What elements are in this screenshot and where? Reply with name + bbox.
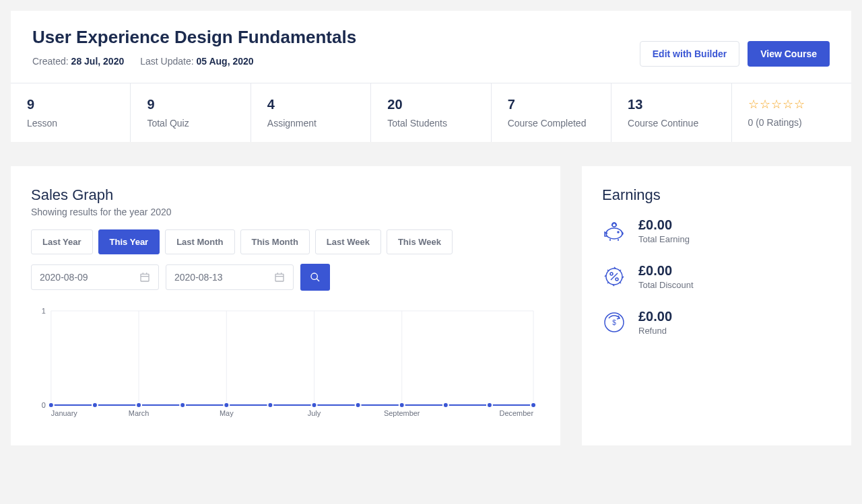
refund-icon: $ xyxy=(602,310,626,334)
svg-point-31 xyxy=(531,402,536,408)
created-meta: Created: 28 Jul, 2020 xyxy=(32,56,124,67)
svg-point-30 xyxy=(487,402,492,408)
calendar-icon xyxy=(274,272,285,283)
edit-with-builder-button[interactable]: Edit with Builder xyxy=(640,41,739,67)
piggy-bank-icon xyxy=(602,219,626,243)
stat-ratings: ☆☆☆☆☆ 0 (0 Ratings) xyxy=(732,83,851,142)
earnings-title: Earnings xyxy=(602,186,831,204)
calendar-icon xyxy=(139,272,150,283)
stat-course-completed: 7 Course Completed xyxy=(492,83,611,142)
range-last-year[interactable]: Last Year xyxy=(31,229,93,254)
stat-total-students: 20 Total Students xyxy=(371,83,491,142)
range-last-week[interactable]: Last Week xyxy=(315,229,381,254)
svg-point-23 xyxy=(180,402,185,408)
stat-course-continue: 13 Course Continue xyxy=(611,83,731,142)
svg-point-43 xyxy=(616,278,618,281)
svg-point-29 xyxy=(443,402,449,408)
view-course-button[interactable]: View Course xyxy=(748,41,830,67)
svg-text:0: 0 xyxy=(42,401,46,409)
svg-point-39 xyxy=(618,231,619,233)
earning-discount: £0.00 Total Discount xyxy=(602,263,831,290)
svg-line-44 xyxy=(611,273,618,280)
date-to-input[interactable]: 2020-08-13 xyxy=(166,264,294,290)
range-last-month[interactable]: Last Month xyxy=(165,229,234,254)
svg-point-28 xyxy=(399,402,405,408)
star-icon: ☆☆☆☆☆ xyxy=(748,97,835,112)
svg-text:May: May xyxy=(220,409,234,417)
course-title: User Experience Design Fundamentals xyxy=(32,27,356,48)
svg-point-27 xyxy=(356,402,361,408)
svg-text:$: $ xyxy=(612,319,616,326)
search-icon xyxy=(310,272,321,283)
svg-point-25 xyxy=(267,402,273,408)
range-this-year[interactable]: This Year xyxy=(98,229,160,254)
range-this-month[interactable]: This Month xyxy=(240,229,310,254)
svg-line-9 xyxy=(317,279,319,281)
stat-lesson: 9 Lesson xyxy=(11,83,131,142)
svg-point-22 xyxy=(136,402,141,408)
svg-point-21 xyxy=(92,402,98,408)
stats-row: 9 Lesson 9 Total Quiz 4 Assignment 20 To… xyxy=(11,83,851,142)
svg-point-42 xyxy=(610,273,613,275)
svg-text:1: 1 xyxy=(42,307,46,315)
course-header: User Experience Design Fundamentals Crea… xyxy=(11,11,851,83)
svg-text:March: March xyxy=(129,409,149,417)
date-from-input[interactable]: 2020-08-09 xyxy=(31,264,159,290)
svg-text:July: July xyxy=(308,409,321,417)
svg-point-8 xyxy=(311,273,317,279)
sales-graph-subtitle: Showing results for the year 2020 xyxy=(31,207,540,217)
sales-chart: 01JanuaryMarchMayJulySeptemberDecember xyxy=(31,304,540,425)
svg-text:September: September xyxy=(384,409,420,417)
percent-badge-icon xyxy=(602,264,626,289)
svg-text:January: January xyxy=(51,409,77,417)
svg-point-20 xyxy=(48,402,54,408)
stat-assignment: 4 Assignment xyxy=(251,83,371,142)
earning-refund: $ £0.00 Refund xyxy=(602,309,831,336)
sales-graph-card: Sales Graph Showing results for the year… xyxy=(11,166,560,445)
sales-graph-title: Sales Graph xyxy=(31,186,540,204)
svg-point-24 xyxy=(224,402,229,408)
svg-point-38 xyxy=(606,228,622,239)
earning-total: £0.00 Total Earning xyxy=(602,217,831,244)
svg-text:December: December xyxy=(500,409,534,417)
svg-rect-0 xyxy=(141,274,149,281)
svg-point-26 xyxy=(312,402,317,408)
svg-rect-4 xyxy=(275,274,284,281)
stat-total-quiz: 9 Total Quiz xyxy=(131,83,251,142)
search-button[interactable] xyxy=(300,264,330,291)
updated-meta: Last Update: 05 Aug, 2020 xyxy=(140,56,253,67)
range-buttons: Last YearThis YearLast MonthThis MonthLa… xyxy=(31,229,540,254)
range-this-week[interactable]: This Week xyxy=(387,229,453,254)
earnings-card: Earnings £0.00 Total Earning £0.00 Total… xyxy=(582,166,851,445)
